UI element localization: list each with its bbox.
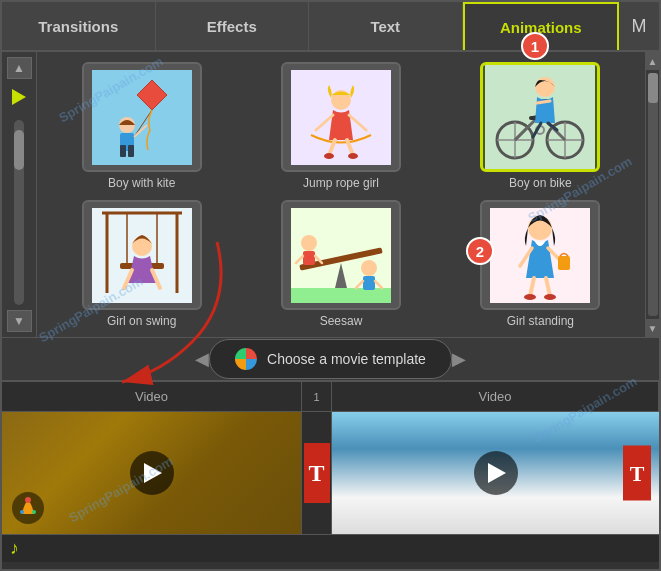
dots-icon xyxy=(235,348,257,370)
anim-label-seesaw: Seesaw xyxy=(320,314,363,328)
anim-thumb-boy-bike[interactable] xyxy=(480,62,600,172)
svg-rect-54 xyxy=(363,276,375,290)
timeline-header: Video 1 Video xyxy=(2,382,659,412)
play-button-left[interactable] xyxy=(130,451,174,495)
choose-template-button[interactable]: Choose a movie template xyxy=(209,339,452,379)
right-scrollbar: ▲ ▼ xyxy=(645,52,659,337)
left-sidebar: ▲ ▼ xyxy=(2,52,37,337)
svg-point-42 xyxy=(132,236,152,256)
play-icon xyxy=(12,89,26,105)
svg-point-49 xyxy=(301,235,317,251)
anim-item-girl-swing[interactable]: Girl on swing xyxy=(47,200,236,328)
boy-bike-svg xyxy=(485,65,595,170)
tab-transitions[interactable]: Transitions xyxy=(2,2,156,50)
timeline-area: Video 1 Video xyxy=(2,382,659,562)
anim-label-girl-standing: Girl standing xyxy=(507,314,574,328)
anim-item-boy-kite[interactable]: Boy with kite xyxy=(47,62,236,190)
anim-label-boy-bike: Boy on bike xyxy=(509,176,572,190)
svg-point-65 xyxy=(544,294,556,300)
anim-label-boy-kite: Boy with kite xyxy=(108,176,175,190)
svg-point-67 xyxy=(25,497,31,503)
tab-more[interactable]: M xyxy=(619,2,659,50)
track-right[interactable]: T xyxy=(332,412,659,534)
scroll-up-button[interactable]: ▲ xyxy=(7,57,32,79)
anim-thumb-girl-standing[interactable] xyxy=(480,200,600,310)
svg-point-13 xyxy=(348,153,358,159)
anim-label-girl-swing: Girl on swing xyxy=(107,314,176,328)
video-thumbnail-left[interactable] xyxy=(2,412,301,534)
track-left[interactable] xyxy=(2,412,302,534)
content-area: ▲ ▼ xyxy=(2,52,659,337)
scroll-down-button[interactable]: ▼ xyxy=(7,310,32,332)
anim-item-seesaw[interactable]: Seesaw xyxy=(246,200,435,328)
jump-rope-svg xyxy=(291,70,391,165)
svg-rect-0 xyxy=(92,70,192,165)
play-triangle-left xyxy=(144,463,162,483)
annotation-circle-1: 1 xyxy=(521,32,549,60)
svg-rect-5 xyxy=(120,145,126,157)
scroll-top-button[interactable]: ▲ xyxy=(646,52,660,70)
scroll-bottom-button[interactable]: ▼ xyxy=(646,319,660,337)
timeline-bottom: ♪ xyxy=(2,534,659,562)
anim-thumb-jump-rope[interactable] xyxy=(281,62,401,172)
scroll-thumb[interactable] xyxy=(648,73,658,103)
scrollbar-track xyxy=(14,120,24,305)
anim-thumb-seesaw[interactable] xyxy=(281,200,401,310)
template-bar: ◀ Choose a movie template ▶ xyxy=(2,337,659,382)
right-transition-overlay: T xyxy=(623,446,651,501)
svg-point-53 xyxy=(361,260,377,276)
right-t-block: T xyxy=(623,446,651,501)
svg-rect-61 xyxy=(558,256,570,270)
svg-point-68 xyxy=(20,510,24,514)
svg-rect-6 xyxy=(128,145,134,157)
timeline-col-video2: Video xyxy=(332,382,659,411)
animation-overlay xyxy=(10,490,46,526)
right-arrow-icon: ▶ xyxy=(452,348,466,370)
anim-item-boy-bike[interactable]: Boy on bike xyxy=(446,62,635,190)
svg-rect-48 xyxy=(291,288,391,303)
music-icon: ♪ xyxy=(10,538,19,559)
play-button-right[interactable] xyxy=(474,451,518,495)
right-t-icon: T xyxy=(630,460,645,486)
animation-grid: Boy with kite xyxy=(37,52,645,337)
play-triangle-right xyxy=(488,463,506,483)
anim-thumb-boy-kite[interactable] xyxy=(82,62,202,172)
svg-point-12 xyxy=(324,153,334,159)
boy-kite-svg xyxy=(92,70,192,165)
timeline-col-video1: Video xyxy=(2,382,302,411)
svg-line-32 xyxy=(537,101,550,103)
svg-point-31 xyxy=(535,77,555,97)
anim-overlay-icon xyxy=(10,490,46,526)
left-arrow-icon: ◀ xyxy=(195,348,209,370)
tab-text[interactable]: Text xyxy=(309,2,463,50)
seesaw-svg xyxy=(291,208,391,303)
girl-standing-svg xyxy=(490,208,590,303)
anim-item-jump-rope[interactable]: Jump rope girl xyxy=(246,62,435,190)
main-container: Transitions Effects Text Animations M ▲ … xyxy=(0,0,661,571)
anim-thumb-girl-swing[interactable] xyxy=(82,200,202,310)
template-button-label: Choose a movie template xyxy=(267,351,426,367)
girl-swing-svg xyxy=(92,208,192,303)
timeline-col-number: 1 xyxy=(302,382,332,411)
scrollbar-thumb[interactable] xyxy=(14,130,24,170)
video-thumbnail-right[interactable]: T xyxy=(332,412,659,534)
svg-rect-50 xyxy=(303,251,315,265)
svg-point-69 xyxy=(32,510,36,514)
tab-effects[interactable]: Effects xyxy=(156,2,310,50)
annotation-circle-2: 2 xyxy=(466,237,494,265)
timeline-tracks: T T xyxy=(2,412,659,534)
anim-label-jump-rope: Jump rope girl xyxy=(303,176,379,190)
track-middle: T xyxy=(302,412,332,534)
svg-point-64 xyxy=(524,294,536,300)
transition-block[interactable]: T xyxy=(304,443,330,503)
scroll-track xyxy=(648,73,658,316)
transition-t-icon: T xyxy=(308,460,324,487)
tab-bar: Transitions Effects Text Animations M xyxy=(2,2,659,52)
